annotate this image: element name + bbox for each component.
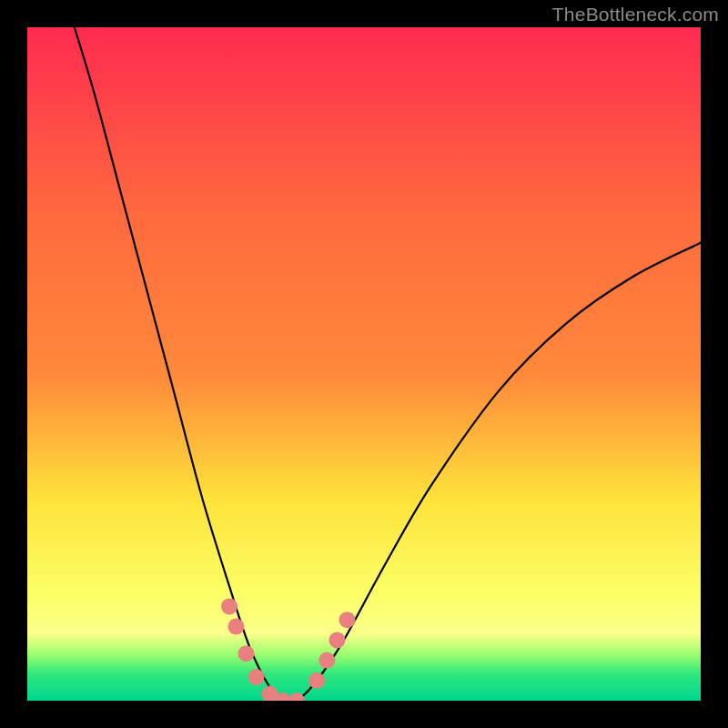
curve-marker [308, 672, 325, 689]
bottleneck-chart [0, 0, 728, 728]
curve-marker [329, 632, 345, 648]
curve-marker [318, 652, 335, 669]
curve-marker [248, 669, 265, 685]
curve-marker [238, 645, 255, 662]
curve-marker [339, 612, 356, 628]
watermark-text: TheBottleneck.com [552, 4, 719, 25]
plot-background [27, 27, 701, 701]
curve-marker [228, 619, 244, 635]
curve-marker [288, 693, 305, 709]
curve-marker [221, 598, 238, 614]
chart-stage: TheBottleneck.com [0, 0, 728, 728]
